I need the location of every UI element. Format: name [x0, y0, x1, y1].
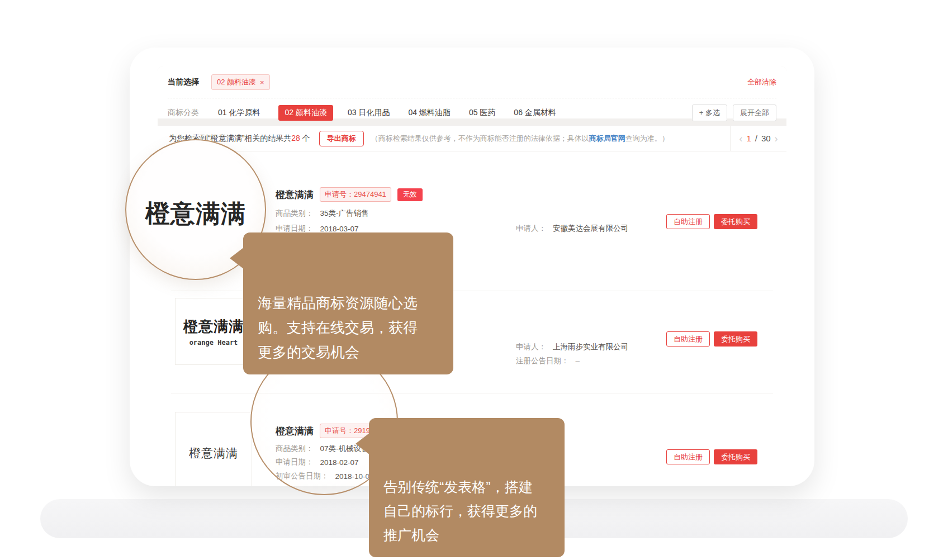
- row-1-title: 橙意满满 申请号：29474941 无效: [276, 187, 423, 202]
- multi-select-button[interactable]: + 多选: [692, 105, 727, 121]
- clear-all-button[interactable]: 全部清除: [747, 77, 776, 87]
- current-page: 1: [746, 134, 751, 143]
- expand-all-button[interactable]: 展开全部: [733, 105, 776, 121]
- category-item-02-active[interactable]: 02 颜料油漆: [278, 105, 333, 121]
- application-number-value: 29474941: [354, 190, 386, 198]
- trademark-image-2-text: 橙意满满: [183, 317, 244, 336]
- field-label: 申请人：: [516, 224, 546, 234]
- disclaimer-text: （商标检索结果仅供参考，不作为商标能否注册的法律依据；具体以商标局官网查询为准。…: [371, 134, 669, 144]
- row-2-applicant: 申请人： 上海雨步实业有限公司: [516, 342, 628, 352]
- next-page-icon[interactable]: ›: [775, 134, 778, 144]
- disclaimer-pre: （商标检索结果仅供参考，不作为商标能否注册的法律依据；具体以: [371, 134, 589, 143]
- tooltip-left-arrow: [230, 247, 244, 269]
- row-2-reg-publication: 注册公告日期： –: [516, 356, 580, 366]
- entrust-purchase-button[interactable]: 委托购买: [714, 449, 757, 464]
- results-summary-suffix: 个: [300, 134, 310, 143]
- pagination: ‹ 1 / 30 ›: [730, 126, 786, 151]
- export-trademarks-button[interactable]: 导出商标: [319, 131, 364, 146]
- field-value: 35类-广告销售: [320, 208, 369, 219]
- trademark-image-2: 橙意满满 orange Heart: [175, 298, 252, 365]
- status-badge-invalid: 无效: [397, 188, 423, 201]
- results-count: 28: [291, 134, 300, 143]
- application-number-tag: 申请号：29474941: [320, 187, 391, 202]
- tooltip-left-arrow: [356, 433, 370, 455]
- field-value: 上海雨步实业有限公司: [553, 342, 628, 352]
- selected-filter-tag-label: 02 颜料油漆: [217, 77, 256, 87]
- tooltip-marketplace-text: 海量精品商标资源随心选 购。支持在线交易，获得 更多的交易机会: [258, 295, 418, 360]
- magnified-trademark-text: 橙意满满: [145, 197, 246, 230]
- trademark-name: 橙意满满: [276, 188, 314, 201]
- self-register-button[interactable]: 自助注册: [666, 331, 710, 347]
- self-register-button[interactable]: 自助注册: [666, 214, 710, 229]
- tooltip-promotion: 告别传统“发表格”，搭建 自己的标行，获得更多的 推广机会: [369, 418, 565, 557]
- field-value: 2018-03-07: [320, 225, 359, 233]
- application-number-label: 申请号：: [325, 190, 354, 198]
- field-value: –: [576, 357, 580, 366]
- entrust-purchase-button[interactable]: 委托购买: [714, 331, 757, 347]
- selected-filter-tag[interactable]: 02 颜料油漆 ×: [211, 74, 270, 90]
- filter-card: 当前选择 02 颜料油漆 × 全部清除 商标分类 01 化学原料 02 颜料油漆…: [158, 66, 786, 118]
- category-item-04[interactable]: 04 燃料油脂: [408, 108, 450, 118]
- field-label: 注册公告日期：: [516, 356, 569, 366]
- remove-tag-icon[interactable]: ×: [260, 79, 264, 86]
- category-item-01[interactable]: 01 化学原料: [218, 108, 260, 118]
- category-actions: + 多选 展开全部: [692, 105, 776, 121]
- prev-page-icon[interactable]: ‹: [739, 134, 742, 144]
- trademark-image-2-subtext: orange Heart: [189, 339, 238, 347]
- tooltip-marketplace: 海量精品商标资源随心选 购。支持在线交易，获得 更多的交易机会: [243, 232, 453, 374]
- row-1-applicant: 申请人： 安徽美达会展有限公司: [516, 224, 628, 234]
- field-value: 安徽美达会展有限公司: [553, 224, 628, 234]
- trademark-office-link[interactable]: 商标局官网: [589, 134, 625, 143]
- self-register-button[interactable]: 自助注册: [666, 449, 710, 464]
- category-row: 商标分类 01 化学原料 02 颜料油漆 03 日化用品 04 燃料油脂 05 …: [158, 98, 786, 121]
- category-item-06[interactable]: 06 金属材料: [514, 108, 556, 118]
- entrust-purchase-button[interactable]: 委托购买: [714, 214, 757, 229]
- total-pages: 30: [761, 134, 771, 143]
- tooltip-promotion-text: 告别传统“发表格”，搭建 自己的标行，获得更多的 推广机会: [383, 479, 537, 543]
- page-separator: /: [755, 134, 757, 143]
- results-header: 为您检索到“橙意满满”相关的结果共28 个 导出商标 （商标检索结果仅供参考，不…: [158, 126, 786, 151]
- disclaimer-post: 查询为准。）: [625, 134, 669, 143]
- category-row-label: 商标分类: [168, 108, 199, 118]
- trademark-image-3-text: 橙意满满: [189, 445, 238, 461]
- current-selection-row: 当前选择 02 颜料油漆 × 全部清除: [158, 66, 786, 90]
- screenshot-canvas: 当前选择 02 颜料油漆 × 全部清除 商标分类 01 化学原料 02 颜料油漆…: [0, 0, 948, 560]
- field-label: 商品类别：: [276, 208, 314, 219]
- field-label: 申请人：: [516, 342, 546, 352]
- current-selection-label: 当前选择: [168, 77, 199, 87]
- category-item-05[interactable]: 05 医药: [469, 108, 495, 118]
- trademark-image-3: 橙意满满: [175, 412, 252, 486]
- category-item-03[interactable]: 03 日化用品: [348, 108, 390, 118]
